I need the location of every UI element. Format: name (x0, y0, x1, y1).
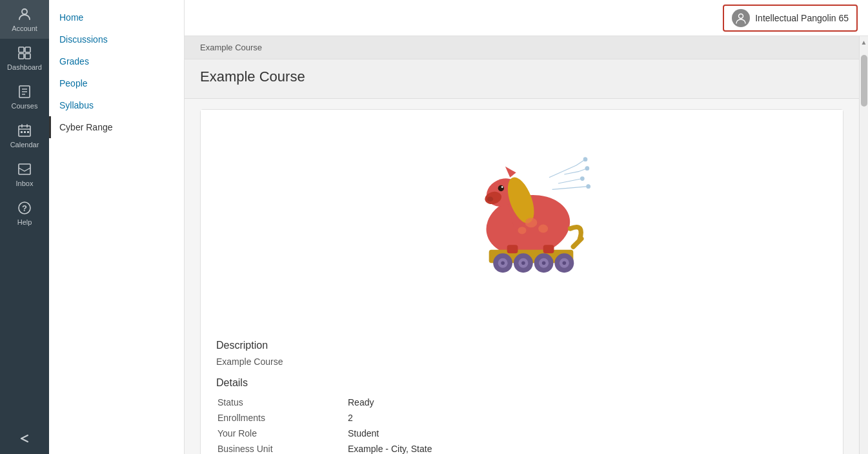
courses-icon (17, 84, 32, 99)
sidebar-item-account[interactable]: Account (0, 0, 49, 39)
help-icon: ? (17, 200, 32, 216)
user-menu-button[interactable]: Intellectual Pangolin 65 (723, 5, 858, 32)
svg-point-42 (538, 224, 548, 232)
detail-value-role: Student (348, 426, 826, 440)
svg-line-28 (558, 179, 582, 183)
user-name-label: Intellectual Pangolin 65 (755, 13, 849, 23)
sidebar-item-calendar[interactable]: Calendar (0, 116, 49, 155)
sidebar-bottom (0, 423, 49, 454)
sidebar-item-dashboard[interactable]: Dashboard (0, 39, 49, 77)
svg-rect-13 (21, 131, 23, 133)
detail-value-enrollments: 2 (348, 411, 826, 425)
svg-line-22 (549, 165, 576, 178)
svg-point-0 (22, 9, 27, 14)
sidebar-item-dashboard-label: Dashboard (7, 63, 42, 71)
svg-point-31 (586, 185, 590, 189)
sidebar: Account Dashboard Courses (0, 0, 49, 454)
svg-rect-2 (25, 47, 30, 52)
svg-point-56 (562, 261, 566, 265)
svg-rect-3 (19, 54, 24, 59)
scrollbar[interactable]: ▲ ▼ (859, 36, 868, 454)
sidebar-item-calendar-label: Calendar (10, 141, 39, 149)
detail-key-status: Status (217, 395, 347, 409)
cyber-range-image-area (201, 110, 843, 329)
svg-line-20 (21, 439, 28, 442)
detail-value-business-unit: Example - City, State (348, 442, 826, 454)
collapse-sidebar-button[interactable] (0, 423, 49, 454)
svg-rect-4 (25, 54, 30, 59)
nav-item-cyber-range[interactable]: Cyber Range (49, 116, 184, 138)
sidebar-item-courses-label: Courses (12, 102, 38, 110)
description-text: Example Course (216, 356, 827, 367)
scroll-up-arrow[interactable]: ▲ (858, 36, 868, 48)
svg-point-37 (487, 197, 492, 201)
svg-line-30 (552, 187, 588, 190)
svg-point-29 (580, 177, 584, 181)
svg-point-53 (541, 261, 545, 265)
nav-item-syllabus[interactable]: Syllabus (49, 94, 184, 116)
inbox-icon (17, 161, 32, 177)
svg-marker-40 (505, 167, 516, 178)
dashboard-icon (17, 45, 32, 61)
content-card: Description Example Course Details Statu… (200, 109, 843, 454)
breadcrumb: Example Course (185, 36, 859, 59)
svg-rect-57 (507, 245, 518, 253)
svg-line-19 (21, 435, 28, 439)
svg-point-47 (501, 261, 505, 265)
svg-point-24 (583, 158, 587, 161)
svg-line-25 (564, 171, 579, 174)
svg-point-27 (585, 167, 589, 170)
svg-point-38 (498, 185, 503, 191)
page-title-area: Example Course (185, 59, 859, 99)
nav-item-grades[interactable]: Grades (49, 50, 184, 72)
svg-rect-14 (24, 131, 26, 133)
svg-point-50 (521, 261, 525, 265)
account-icon (17, 6, 32, 22)
sidebar-item-courses[interactable]: Courses (0, 77, 49, 116)
sidebar-item-account-label: Account (12, 25, 37, 32)
page-title: Example Course (200, 68, 843, 85)
details-table: Status Ready Enrollments 2 Your Role Stu… (216, 394, 827, 454)
svg-point-43 (518, 227, 526, 234)
details-section: Details Status Ready Enrollments 2 (201, 367, 843, 454)
sidebar-item-inbox[interactable]: Inbox (0, 155, 49, 194)
breadcrumb-text: Example Course (200, 43, 262, 52)
svg-rect-58 (543, 245, 554, 253)
detail-value-status: Ready (348, 395, 826, 409)
table-row: Status Ready (217, 395, 826, 409)
sidebar-item-inbox-label: Inbox (16, 180, 34, 187)
sidebar-item-help-label: Help (17, 218, 32, 226)
svg-point-41 (525, 218, 537, 227)
topbar: Intellectual Pangolin 65 (185, 0, 868, 36)
svg-point-21 (739, 14, 743, 18)
content-area: Example Course Example Course (185, 36, 859, 454)
svg-point-39 (501, 186, 503, 188)
svg-rect-15 (27, 131, 29, 133)
detail-key-enrollments: Enrollments (217, 411, 347, 425)
user-avatar (732, 9, 750, 27)
detail-key-business-unit: Business Unit (217, 442, 347, 454)
table-row: Business Unit Example - City, State (217, 442, 826, 454)
nav-item-discussions[interactable]: Discussions (49, 28, 184, 50)
detail-key-role: Your Role (217, 426, 347, 440)
main-content: Intellectual Pangolin 65 Example Course … (185, 0, 868, 454)
nav-item-home[interactable]: Home (49, 6, 184, 28)
course-navigation: Home Discussions Grades People Syllabus … (49, 0, 185, 454)
table-row: Your Role Student (217, 426, 826, 440)
nav-item-people[interactable]: People (49, 72, 184, 94)
description-section: Description Example Course (201, 329, 843, 367)
svg-text:?: ? (22, 203, 27, 213)
scroll-thumb[interactable] (861, 55, 867, 107)
table-row: Enrollments 2 (217, 411, 826, 425)
details-label: Details (216, 377, 827, 389)
svg-rect-1 (19, 47, 24, 52)
trojan-horse-illustration (432, 129, 612, 310)
sidebar-item-help[interactable]: ? Help (0, 194, 49, 232)
description-label: Description (216, 340, 827, 351)
calendar-icon (17, 123, 32, 138)
